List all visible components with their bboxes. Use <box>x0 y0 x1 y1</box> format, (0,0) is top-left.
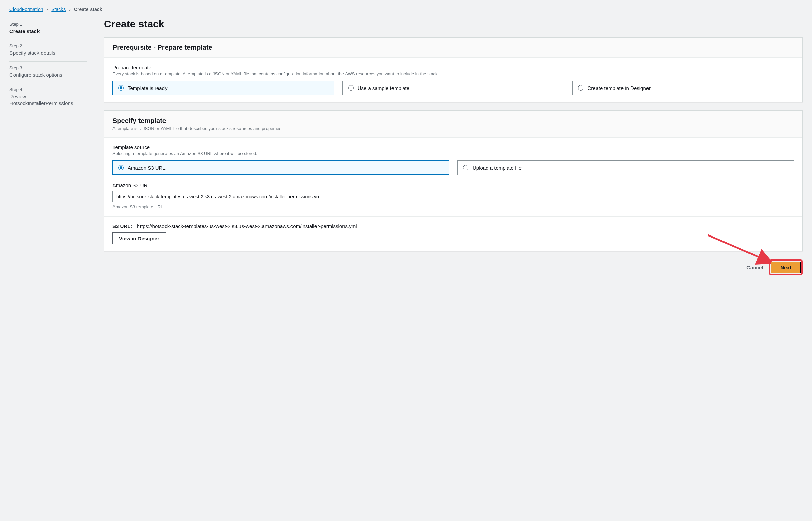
prepare-template-label: Prepare template <box>113 65 794 70</box>
breadcrumb-link-cloudformation[interactable]: CloudFormation <box>9 7 43 12</box>
footer-actions: Cancel Next <box>104 259 803 275</box>
radio-template-ready[interactable]: Template is ready <box>113 81 334 95</box>
s3-url-input[interactable] <box>113 191 794 202</box>
wizard-steps: Step 1 Create stack Step 2 Specify stack… <box>9 18 87 112</box>
panel-subtitle: A template is a JSON or YAML file that d… <box>113 126 794 131</box>
panel-header-prerequisite: Prerequisite - Prepare template <box>113 44 794 51</box>
radio-upload-file[interactable]: Upload a template file <box>457 160 794 175</box>
breadcrumb: CloudFormation › Stacks › Create stack <box>9 7 803 12</box>
step-name: Specify stack details <box>9 50 87 56</box>
s3-url-display-label: S3 URL: <box>113 223 132 229</box>
page-title: Create stack <box>104 18 803 30</box>
step-label: Step 3 <box>9 65 87 70</box>
specify-template-panel: Specify template A template is a JSON or… <box>104 111 803 251</box>
step-name: Review HotsockInstallerPermissions <box>9 93 87 107</box>
prerequisite-panel: Prerequisite - Prepare template Prepare … <box>104 37 803 103</box>
step-label: Step 1 <box>9 22 87 27</box>
wizard-step-1[interactable]: Step 1 Create stack <box>9 18 87 40</box>
wizard-step-3[interactable]: Step 3 Configure stack options <box>9 62 87 84</box>
wizard-step-2[interactable]: Step 2 Specify stack details <box>9 40 87 62</box>
next-button[interactable]: Next <box>771 262 801 273</box>
radio-icon <box>578 85 583 91</box>
panel-header-specify: Specify template <box>113 117 794 125</box>
breadcrumb-link-stacks[interactable]: Stacks <box>51 7 66 12</box>
cancel-button[interactable]: Cancel <box>746 265 763 270</box>
step-label: Step 4 <box>9 87 87 92</box>
s3-url-label: Amazon S3 URL <box>113 182 794 188</box>
radio-label: Create template in Designer <box>587 85 651 91</box>
radio-label: Amazon S3 URL <box>128 165 165 171</box>
template-source-hint: Selecting a template generates an Amazon… <box>113 151 794 157</box>
radio-icon <box>348 85 354 91</box>
radio-label: Use a sample template <box>358 85 409 91</box>
s3-url-sublabel: Amazon S3 template URL <box>113 204 794 209</box>
radio-icon <box>118 165 124 170</box>
prepare-template-hint: Every stack is based on a template. A te… <box>113 71 794 77</box>
step-label: Step 2 <box>9 43 87 48</box>
template-source-label: Template source <box>113 144 794 150</box>
radio-icon <box>118 85 124 91</box>
radio-icon <box>463 165 468 170</box>
next-button-highlight: Next <box>769 259 803 275</box>
step-name: Configure stack options <box>9 72 87 78</box>
radio-create-designer[interactable]: Create template in Designer <box>572 81 794 95</box>
chevron-right-icon: › <box>69 7 71 12</box>
wizard-step-4[interactable]: Step 4 Review HotsockInstallerPermission… <box>9 84 87 112</box>
radio-label: Template is ready <box>128 85 167 91</box>
view-in-designer-button[interactable]: View in Designer <box>113 232 166 244</box>
radio-label: Upload a template file <box>472 165 521 171</box>
radio-s3-url[interactable]: Amazon S3 URL <box>113 160 449 175</box>
s3-url-display-value: https://hotsock-stack-templates-us-west-… <box>137 223 357 229</box>
chevron-right-icon: › <box>47 7 48 12</box>
breadcrumb-current: Create stack <box>74 7 102 12</box>
radio-sample-template[interactable]: Use a sample template <box>343 81 564 95</box>
step-name: Create stack <box>9 28 87 35</box>
